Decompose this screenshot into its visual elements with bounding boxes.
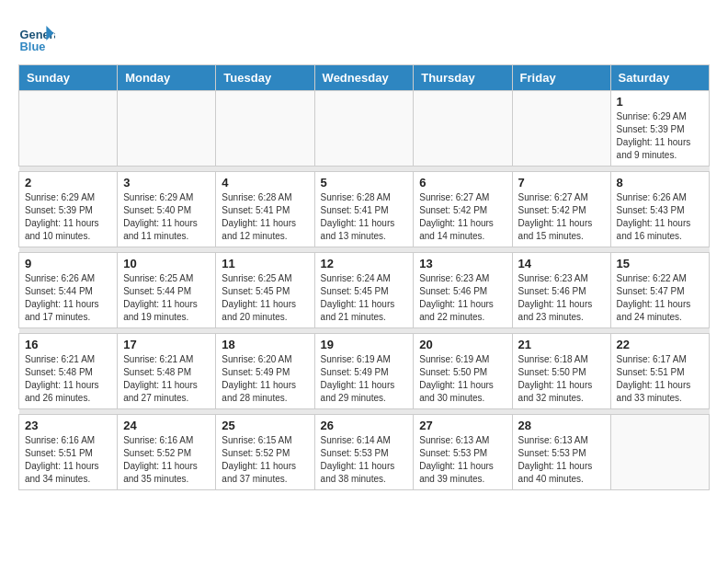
day-number: 24 [123,419,210,432]
day-info: Sunrise: 6:27 AM Sunset: 5:42 PM Dayligh… [419,191,506,243]
day-info: Sunrise: 6:25 AM Sunset: 5:45 PM Dayligh… [222,272,308,324]
day-info: Sunrise: 6:28 AM Sunset: 5:41 PM Dayligh… [321,191,408,243]
calendar-cell: 14Sunrise: 6:23 AM Sunset: 5:46 PM Dayli… [512,253,610,328]
header: General Blue [18,18,710,55]
day-info: Sunrise: 6:19 AM Sunset: 5:50 PM Dayligh… [419,353,506,405]
day-number: 25 [222,419,308,432]
day-number: 7 [518,176,605,190]
day-number: 1 [617,95,703,109]
calendar-cell [512,91,610,167]
day-number: 10 [123,257,210,270]
calendar-cell: 10Sunrise: 6:25 AM Sunset: 5:44 PM Dayli… [118,253,216,328]
calendar-cell: 2Sunrise: 6:29 AM Sunset: 5:39 PM Daylig… [19,172,118,247]
day-number: 21 [518,338,605,351]
day-number: 17 [123,338,210,351]
svg-text:Blue: Blue [20,40,46,53]
calendar-week-1: 2Sunrise: 6:29 AM Sunset: 5:39 PM Daylig… [19,172,710,247]
day-info: Sunrise: 6:21 AM Sunset: 5:48 PM Dayligh… [123,353,210,405]
calendar-cell: 6Sunrise: 6:27 AM Sunset: 5:42 PM Daylig… [414,172,512,247]
day-number: 9 [25,257,111,270]
day-info: Sunrise: 6:23 AM Sunset: 5:46 PM Dayligh… [419,272,506,324]
calendar-cell: 15Sunrise: 6:22 AM Sunset: 5:47 PM Dayli… [610,253,709,328]
day-info: Sunrise: 6:15 AM Sunset: 5:52 PM Dayligh… [222,434,308,486]
weekday-header-sunday: Sunday [19,65,118,91]
day-number: 5 [321,176,408,190]
day-number: 14 [518,257,605,270]
calendar-week-2: 9Sunrise: 6:26 AM Sunset: 5:44 PM Daylig… [19,253,710,328]
calendar-cell [216,91,314,167]
day-info: Sunrise: 6:13 AM Sunset: 5:53 PM Dayligh… [419,434,506,486]
day-info: Sunrise: 6:24 AM Sunset: 5:45 PM Dayligh… [321,272,408,324]
weekday-header-friday: Friday [512,65,610,91]
calendar-cell: 9Sunrise: 6:26 AM Sunset: 5:44 PM Daylig… [19,253,118,328]
calendar: SundayMondayTuesdayWednesdayThursdayFrid… [18,64,710,490]
calendar-cell [314,91,414,167]
day-info: Sunrise: 6:13 AM Sunset: 5:53 PM Dayligh… [518,434,605,486]
day-info: Sunrise: 6:19 AM Sunset: 5:49 PM Dayligh… [321,353,408,405]
calendar-cell [414,91,512,167]
day-info: Sunrise: 6:16 AM Sunset: 5:52 PM Dayligh… [123,434,210,486]
day-number: 18 [222,338,308,351]
day-number: 16 [25,338,111,351]
day-number: 13 [419,257,506,270]
day-number: 2 [25,176,111,190]
day-info: Sunrise: 6:20 AM Sunset: 5:49 PM Dayligh… [222,353,308,405]
day-number: 6 [419,176,506,190]
calendar-cell: 3Sunrise: 6:29 AM Sunset: 5:40 PM Daylig… [118,172,216,247]
calendar-cell: 19Sunrise: 6:19 AM Sunset: 5:49 PM Dayli… [314,334,414,409]
day-number: 11 [222,257,308,270]
calendar-cell: 11Sunrise: 6:25 AM Sunset: 5:45 PM Dayli… [216,253,314,328]
day-info: Sunrise: 6:29 AM Sunset: 5:39 PM Dayligh… [617,110,703,162]
calendar-cell: 1Sunrise: 6:29 AM Sunset: 5:39 PM Daylig… [610,91,709,167]
day-info: Sunrise: 6:29 AM Sunset: 5:40 PM Dayligh… [123,191,210,243]
weekday-header-tuesday: Tuesday [216,65,314,91]
weekday-header-thursday: Thursday [414,65,512,91]
day-info: Sunrise: 6:16 AM Sunset: 5:51 PM Dayligh… [25,434,111,486]
day-number: 12 [321,257,408,270]
calendar-week-4: 23Sunrise: 6:16 AM Sunset: 5:51 PM Dayli… [19,415,710,490]
calendar-cell: 8Sunrise: 6:26 AM Sunset: 5:43 PM Daylig… [610,172,709,247]
day-info: Sunrise: 6:17 AM Sunset: 5:51 PM Dayligh… [617,353,703,405]
calendar-cell [19,91,118,167]
calendar-cell: 12Sunrise: 6:24 AM Sunset: 5:45 PM Dayli… [314,253,414,328]
day-info: Sunrise: 6:27 AM Sunset: 5:42 PM Dayligh… [518,191,605,243]
day-number: 20 [419,338,506,351]
calendar-cell: 7Sunrise: 6:27 AM Sunset: 5:42 PM Daylig… [512,172,610,247]
logo: General Blue [18,18,59,55]
calendar-week-3: 16Sunrise: 6:21 AM Sunset: 5:48 PM Dayli… [19,334,710,409]
day-info: Sunrise: 6:21 AM Sunset: 5:48 PM Dayligh… [25,353,111,405]
calendar-cell: 4Sunrise: 6:28 AM Sunset: 5:41 PM Daylig… [216,172,314,247]
day-info: Sunrise: 6:28 AM Sunset: 5:41 PM Dayligh… [222,191,308,243]
calendar-cell: 24Sunrise: 6:16 AM Sunset: 5:52 PM Dayli… [118,415,216,490]
calendar-cell: 23Sunrise: 6:16 AM Sunset: 5:51 PM Dayli… [19,415,118,490]
calendar-cell: 21Sunrise: 6:18 AM Sunset: 5:50 PM Dayli… [512,334,610,409]
calendar-week-0: 1Sunrise: 6:29 AM Sunset: 5:39 PM Daylig… [19,91,710,167]
weekday-header-monday: Monday [118,65,216,91]
calendar-cell [610,415,709,490]
day-number: 27 [419,419,506,432]
calendar-cell: 25Sunrise: 6:15 AM Sunset: 5:52 PM Dayli… [216,415,314,490]
day-info: Sunrise: 6:23 AM Sunset: 5:46 PM Dayligh… [518,272,605,324]
day-info: Sunrise: 6:18 AM Sunset: 5:50 PM Dayligh… [518,353,605,405]
calendar-cell: 5Sunrise: 6:28 AM Sunset: 5:41 PM Daylig… [314,172,414,247]
calendar-cell: 13Sunrise: 6:23 AM Sunset: 5:46 PM Dayli… [414,253,512,328]
day-info: Sunrise: 6:26 AM Sunset: 5:44 PM Dayligh… [25,272,111,324]
day-number: 8 [617,176,703,190]
calendar-cell: 17Sunrise: 6:21 AM Sunset: 5:48 PM Dayli… [118,334,216,409]
calendar-cell: 16Sunrise: 6:21 AM Sunset: 5:48 PM Dayli… [19,334,118,409]
calendar-cell: 18Sunrise: 6:20 AM Sunset: 5:49 PM Dayli… [216,334,314,409]
weekday-header-wednesday: Wednesday [314,65,414,91]
calendar-cell: 22Sunrise: 6:17 AM Sunset: 5:51 PM Dayli… [610,334,709,409]
day-info: Sunrise: 6:14 AM Sunset: 5:53 PM Dayligh… [321,434,408,486]
calendar-cell [118,91,216,167]
day-number: 19 [321,338,408,351]
day-number: 23 [25,419,111,432]
weekday-header-saturday: Saturday [610,65,709,91]
calendar-header: SundayMondayTuesdayWednesdayThursdayFrid… [19,65,710,91]
day-number: 4 [222,176,308,190]
day-number: 26 [321,419,408,432]
calendar-cell: 27Sunrise: 6:13 AM Sunset: 5:53 PM Dayli… [414,415,512,490]
day-number: 3 [123,176,210,190]
calendar-cell: 28Sunrise: 6:13 AM Sunset: 5:53 PM Dayli… [512,415,610,490]
day-info: Sunrise: 6:29 AM Sunset: 5:39 PM Dayligh… [25,191,111,243]
